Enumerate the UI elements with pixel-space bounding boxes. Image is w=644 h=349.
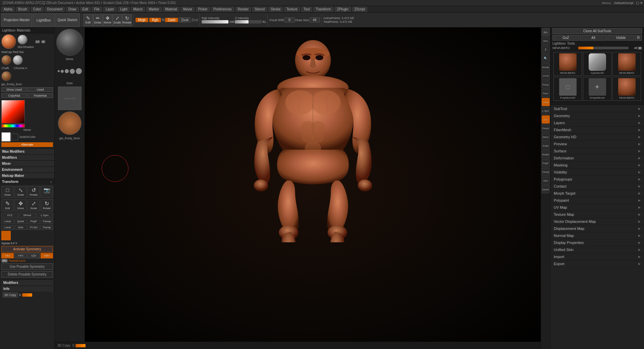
used-button[interactable]: Used <box>28 87 53 92</box>
all-button[interactable]: All <box>580 35 607 41</box>
background-color[interactable] <box>11 134 18 140</box>
displacement-map-item[interactable]: Displacement Map ▶ <box>550 225 644 232</box>
move-button[interactable]: ✥ Move <box>103 14 112 26</box>
ptsel-button[interactable]: Pt Sel <box>28 225 40 230</box>
masking-item[interactable]: Masking ▶ <box>550 162 644 169</box>
uv-map-item[interactable]: UV Map ▶ <box>550 204 644 211</box>
m-axis-button[interactable]: >M< <box>41 253 53 258</box>
actual-icon-button[interactable]: Actual <box>542 63 550 71</box>
layers-item[interactable]: Layers ▶ <box>550 119 644 127</box>
transp-icon-button[interactable]: Transp <box>542 168 550 176</box>
xyz-sym-button[interactable]: XYZ <box>1 213 18 218</box>
copy-mat-button[interactable]: CopyMat <box>1 93 27 98</box>
stencil-menu[interactable]: Stencil <box>252 7 267 12</box>
transform-header[interactable]: Transform ▸ <box>0 179 54 185</box>
info-section[interactable]: Info <box>1 286 53 292</box>
lsym-icon-button[interactable]: L.Sym <box>542 107 550 115</box>
file-menu[interactable]: File <box>92 7 102 12</box>
quick-button[interactable]: Quick <box>14 219 27 224</box>
foreground-color[interactable] <box>1 132 11 142</box>
scale-side-icon-button[interactable]: Scale <box>542 142 550 150</box>
light-menu[interactable]: Light <box>118 7 130 12</box>
rotate-side-icon-button[interactable]: Rotate <box>542 150 550 158</box>
document-menu[interactable]: Document <box>45 7 65 12</box>
xpose-icon-button[interactable]: Xpose <box>542 185 550 193</box>
texture-menu[interactable]: Texture <box>284 7 300 12</box>
focal-shift-value[interactable]: 0 <box>284 17 294 22</box>
solo-button[interactable]: Solo <box>14 225 27 230</box>
preferences-menu[interactable]: Preferences <box>211 7 234 12</box>
copy-3d-slider[interactable] <box>22 293 32 297</box>
color-gradient-picker[interactable] <box>1 100 25 123</box>
r-sym-button[interactable]: (R) <box>1 259 8 262</box>
subtool-item[interactable]: SubTool ▶ <box>550 105 644 112</box>
zoom-icon-button[interactable]: 🔍 <box>542 54 550 62</box>
z-axis-button[interactable]: >Z< <box>28 253 40 258</box>
layer-menu[interactable]: Layer <box>103 7 116 12</box>
tool-thumb-polymesh[interactable]: ⬡ PolyMesh3D <box>553 77 582 101</box>
visibility-item[interactable]: Visibility ▶ <box>550 169 644 176</box>
local-btn2[interactable]: Local <box>1 225 14 230</box>
alpha-menu[interactable]: Alpha <box>1 7 15 12</box>
tool-menu[interactable]: Tool <box>301 7 312 12</box>
tool-thumb-newuber3[interactable]: NEWUBER2 <box>612 77 641 101</box>
draw-menu[interactable]: Draw <box>66 7 78 12</box>
scale-trans-button[interactable]: ⤡ Scale <box>14 186 27 198</box>
contact-item[interactable]: Contact ▶ <box>550 183 644 190</box>
transform-menu[interactable]: Transform <box>313 7 333 12</box>
polypaint-item[interactable]: Polypaint ▶ <box>550 197 644 204</box>
brush-sphere-preview[interactable] <box>56 29 83 56</box>
show-used-button[interactable]: Show Used <box>1 87 27 92</box>
lightbox-button[interactable]: LightBox <box>33 13 55 27</box>
tool-thumb-newuber2[interactable]: NEWUBER2 <box>612 52 641 76</box>
move-icon-button[interactable]: Move <box>542 133 550 141</box>
mat-sphere-chrome[interactable] <box>17 35 28 45</box>
visible-button[interactable]: Visible <box>607 35 634 41</box>
floor-icon-button[interactable]: Floor <box>542 89 550 97</box>
matcap-maker-section[interactable]: Matcap Maker <box>0 172 54 179</box>
transp-btn2[interactable]: Transp <box>41 225 53 230</box>
brush-texture-preview[interactable] <box>58 111 82 135</box>
draw-button[interactable]: ✏ Draw <box>93 14 103 26</box>
polygroups-item[interactable]: Polygroups ▶ <box>550 176 644 183</box>
draw-trans-button[interactable]: □ Draw <box>1 186 14 198</box>
move-trans-button[interactable]: ✥ Move <box>14 199 27 211</box>
rgb-button[interactable]: Rgb <box>149 18 161 22</box>
tool-thumb-cylinder[interactable]: Cylinder3D <box>583 52 611 76</box>
mat-sphere-frosty2[interactable] <box>1 71 11 81</box>
macro-menu[interactable]: Macro <box>131 7 145 12</box>
y-axis-button[interactable]: >Y< <box>14 253 27 258</box>
draw-size-value[interactable]: 44 <box>310 17 320 22</box>
modifiers-bottom-section[interactable]: Modifiers <box>1 280 53 286</box>
projection-master-button[interactable]: Projection Master <box>1 13 32 27</box>
color-swatch[interactable] <box>1 231 11 240</box>
polyf-icon-button[interactable]: PolyF <box>542 159 550 167</box>
vector-displacement-item[interactable]: Vector Displacement Map ▶ <box>550 218 644 225</box>
rotate-button[interactable]: ↻ Rotate <box>122 14 132 26</box>
local-icon-button[interactable]: Local <box>542 98 550 106</box>
geometry-hd-item[interactable]: Geometry HD ▶ <box>550 134 644 141</box>
lsym-button[interactable]: L.Sym <box>36 213 53 218</box>
environment-section[interactable]: Environment <box>0 166 54 172</box>
edit-trans-button[interactable]: ✎ Edit <box>1 199 14 211</box>
hue-slider[interactable] <box>1 124 25 128</box>
transp-button[interactable]: Transp <box>41 219 53 224</box>
x-axis-button[interactable]: >X< <box>1 253 14 258</box>
import-item[interactable]: Import ▶ <box>550 253 644 260</box>
material-menu[interactable]: Material <box>163 7 180 12</box>
z-intensity-slider[interactable] <box>235 20 262 23</box>
bin-icon-button[interactable]: Bin <box>542 28 550 36</box>
normal-map-item[interactable]: Normal Map ▶ <box>550 232 644 239</box>
zsub-button[interactable]: Zsub <box>179 17 191 22</box>
zplugin-menu[interactable]: ZPlugin <box>335 7 351 12</box>
export-item[interactable]: Export ▶ <box>550 260 644 267</box>
aahalf-icon-button[interactable]: AAHalf <box>542 72 550 80</box>
brush-menu[interactable]: Brush <box>16 7 30 12</box>
wax-modifiers-section[interactable]: Wax Modifiers <box>0 148 54 154</box>
mat-sphere-frosty[interactable] <box>1 55 11 65</box>
picker-menu[interactable]: Picker <box>196 7 210 12</box>
spix-icon-button[interactable]: SPix <box>542 37 550 45</box>
color-menu[interactable]: Color <box>31 7 44 12</box>
edit-button[interactable]: ✎ Edit <box>84 14 93 26</box>
zscript-menu[interactable]: ZScript <box>352 7 368 12</box>
